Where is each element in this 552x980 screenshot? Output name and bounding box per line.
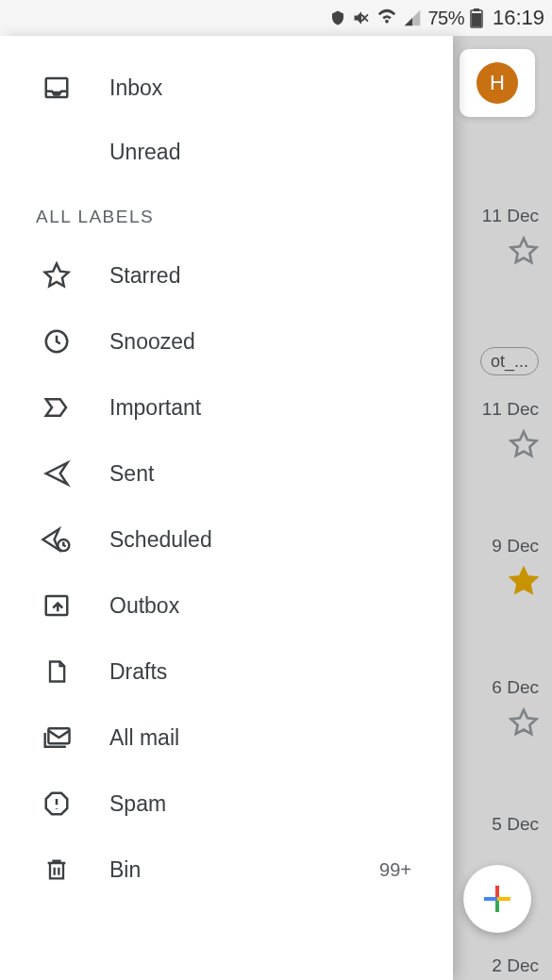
inbox-icon (40, 74, 74, 102)
drawer-item-label: All mail (109, 725, 430, 751)
drawer-item-label: Spam (109, 791, 430, 817)
drawer-item-scheduled[interactable]: Scheduled (0, 507, 453, 573)
avatar-letter: H (490, 71, 505, 95)
section-header-all-labels: ALL LABELS (0, 184, 453, 242)
navigation-drawer: Inbox Unread ALL LABELS Starred Snoozed … (0, 36, 453, 980)
spam-icon (40, 789, 74, 818)
drawer-item-starred[interactable]: Starred (0, 242, 453, 308)
compose-button[interactable] (463, 865, 531, 933)
drawer-item-label: Important (109, 395, 430, 421)
drawer-item-allmail[interactable]: All mail (0, 705, 453, 771)
svg-rect-4 (495, 899, 499, 912)
alarm-icon (329, 9, 346, 26)
clock-time: 16:19 (493, 6, 544, 30)
avatar[interactable]: H (477, 62, 518, 104)
drawer-item-unread[interactable]: Unread (0, 121, 453, 184)
drawer-item-outbox[interactable]: Outbox (0, 573, 453, 639)
svg-rect-3 (495, 886, 499, 899)
scheduled-icon (40, 525, 74, 554)
plus-icon (480, 882, 514, 916)
mute-icon (352, 8, 371, 27)
drawer-item-label: Drafts (109, 659, 430, 685)
star-icon (40, 261, 74, 290)
drawer-item-sent[interactable]: Sent (0, 440, 453, 507)
drawer-item-label: Sent (109, 461, 430, 487)
signal-icon (403, 8, 422, 27)
drawer-item-label: Snoozed (109, 329, 430, 355)
battery-icon (470, 8, 483, 28)
svg-rect-5 (484, 897, 497, 901)
drawer-item-drafts[interactable]: Drafts (0, 639, 453, 705)
svg-rect-6 (497, 897, 510, 901)
drawer-item-count: 99+ (379, 859, 411, 881)
status-bar: 75% 16:19 (0, 0, 552, 36)
drawer-item-label: Unread (109, 140, 430, 165)
svg-rect-1 (472, 13, 481, 26)
drawer-item-spam[interactable]: Spam (0, 771, 453, 837)
svg-rect-11 (48, 728, 69, 743)
outbox-icon (40, 591, 74, 620)
important-icon (40, 393, 74, 422)
drafts-icon (40, 657, 74, 686)
drawer-item-label: Outbox (109, 593, 430, 619)
svg-rect-2 (474, 8, 479, 11)
drawer-item-label: Bin (109, 857, 343, 883)
drawer-item-important[interactable]: Important (0, 374, 453, 440)
battery-percentage: 75% (427, 8, 464, 29)
clock-icon (40, 327, 74, 356)
drawer-item-label: Inbox (109, 75, 430, 101)
allmail-icon (40, 723, 74, 752)
sent-icon (40, 459, 74, 488)
drawer-item-inbox[interactable]: Inbox (0, 55, 453, 121)
account-card[interactable]: H (460, 49, 535, 117)
drawer-item-label: Starred (109, 263, 430, 289)
drawer-item-bin[interactable]: Bin 99+ (0, 837, 453, 903)
drawer-item-label: Scheduled (109, 527, 430, 553)
bin-icon (40, 855, 74, 884)
drawer-item-snoozed[interactable]: Snoozed (0, 308, 453, 374)
drawer-scrim[interactable] (453, 36, 552, 980)
wifi-icon (376, 8, 397, 28)
